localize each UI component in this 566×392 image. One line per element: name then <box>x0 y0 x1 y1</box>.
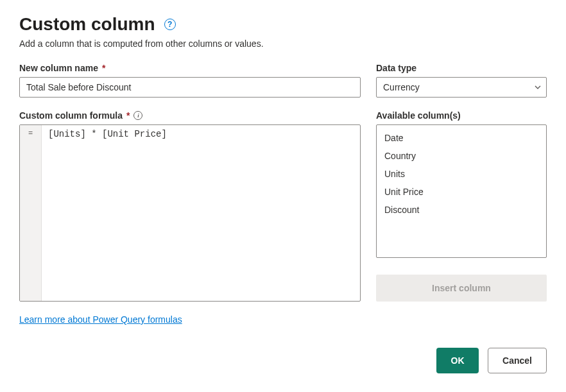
cancel-button[interactable]: Cancel <box>488 348 547 373</box>
new-column-name-input[interactable] <box>19 77 361 98</box>
list-item[interactable]: Date <box>377 129 546 147</box>
list-item[interactable]: Unit Price <box>377 183 546 201</box>
list-item[interactable]: Units <box>377 165 546 183</box>
list-item[interactable]: Discount <box>377 201 546 219</box>
available-columns-label: Available column(s) <box>376 110 547 121</box>
list-item[interactable]: Country <box>377 147 546 165</box>
new-column-name-label: New column name* <box>19 63 361 73</box>
formula-gutter: = <box>20 125 42 301</box>
formula-text[interactable]: [Units] * [Unit Price] <box>42 125 360 301</box>
learn-more-link[interactable]: Learn more about Power Query formulas <box>19 314 182 325</box>
insert-column-button: Insert column <box>376 275 547 302</box>
dialog-subtitle: Add a column that is computed from other… <box>19 38 547 49</box>
info-icon[interactable]: i <box>133 111 142 120</box>
data-type-select[interactable]: Currency <box>376 77 547 98</box>
ok-button[interactable]: OK <box>436 348 479 373</box>
available-columns-list[interactable]: Date Country Units Unit Price Discount <box>376 124 547 258</box>
data-type-label: Data type <box>376 63 547 73</box>
formula-editor[interactable]: = [Units] * [Unit Price] <box>19 124 361 302</box>
formula-label: Custom column formula* i <box>19 110 361 121</box>
dialog-title: Custom column <box>19 14 155 35</box>
help-icon[interactable]: ? <box>164 19 176 30</box>
